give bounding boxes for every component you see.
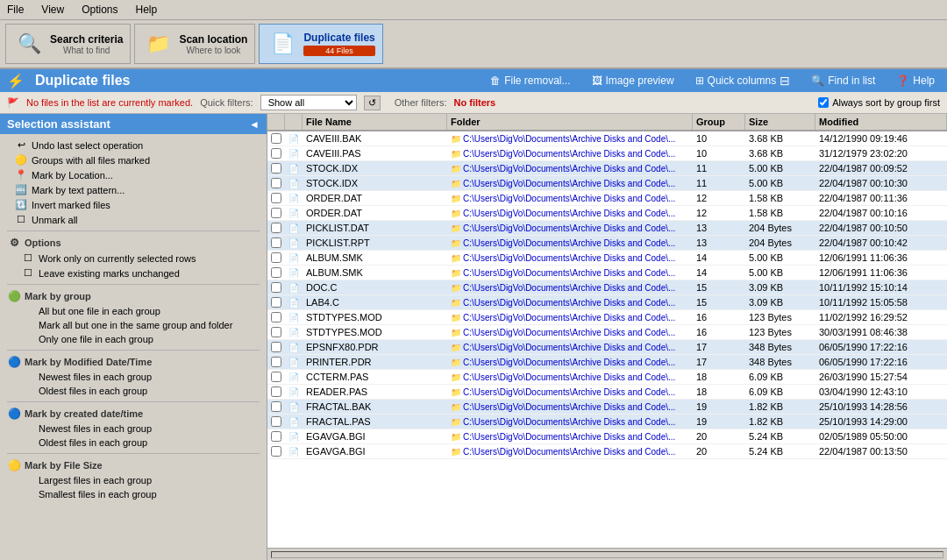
largest-files-item[interactable]: Largest files in each group: [0, 473, 267, 487]
invert-marked-item[interactable]: 🔃 Invert marked files: [0, 197, 267, 212]
undo-select-item[interactable]: ↩ Undo last select operation: [0, 138, 267, 152]
table-row[interactable]: 📄 FRACTAL.BAK 📁C:\Users\DigVo\Documents\…: [267, 400, 947, 415]
panel-collapse-button[interactable]: ◄: [249, 118, 260, 131]
row-checkbox-cell[interactable]: [267, 415, 285, 429]
scan-location-button[interactable]: 📁 Scan location Where to look: [134, 24, 255, 64]
col-header-modified[interactable]: Modified: [815, 114, 947, 130]
table-row[interactable]: 📄 STDTYPES.MOD 📁C:\Users\DigVo\Documents…: [267, 310, 947, 325]
row-checkbox-cell[interactable]: [267, 221, 285, 235]
table-row[interactable]: 📄 ORDER.DAT 📁C:\Users\DigVo\Documents\Ar…: [267, 206, 947, 221]
smallest-files-item[interactable]: Smallest files in each group: [0, 487, 267, 501]
file-removal-button[interactable]: 🗑 File removal...: [485, 73, 575, 89]
row-checkbox[interactable]: [271, 252, 281, 263]
row-checkbox-cell[interactable]: [267, 191, 285, 205]
table-row[interactable]: 📄 PRINTER.PDR 📁C:\Users\DigVo\Documents\…: [267, 355, 947, 370]
col-header-size[interactable]: Size: [745, 114, 815, 130]
col-header-folder[interactable]: Folder: [447, 114, 693, 130]
row-checkbox[interactable]: [271, 148, 281, 159]
row-checkbox-cell[interactable]: [267, 325, 285, 339]
newest-created-item[interactable]: Newest files in each group: [0, 422, 267, 436]
table-row[interactable]: 📄 EPSNFX80.PDR 📁C:\Users\DigVo\Documents…: [267, 340, 947, 355]
row-checkbox[interactable]: [271, 372, 281, 382]
table-row[interactable]: 📄 PICKLIST.RPT 📁C:\Users\DigVo\Documents…: [267, 236, 947, 251]
col-header-check[interactable]: [267, 114, 285, 130]
row-checkbox[interactable]: [271, 223, 281, 233]
col-header-filename[interactable]: File Name: [303, 114, 447, 130]
row-checkbox-cell[interactable]: [267, 444, 285, 458]
table-row[interactable]: 📄 READER.PAS 📁C:\Users\DigVo\Documents\A…: [267, 385, 947, 400]
row-checkbox[interactable]: [271, 178, 281, 188]
horizontal-scrollbar[interactable]: [267, 548, 947, 560]
table-row[interactable]: 📄 ORDER.DAT 📁C:\Users\DigVo\Documents\Ar…: [267, 191, 947, 206]
row-checkbox[interactable]: [271, 297, 281, 308]
quick-filter-refresh-button[interactable]: ↺: [364, 96, 381, 110]
row-checkbox[interactable]: [271, 133, 281, 144]
row-checkbox-cell[interactable]: [267, 131, 285, 145]
quick-filter-select[interactable]: Show all Show marked Show unmarked: [260, 95, 357, 110]
row-checkbox-cell[interactable]: [267, 236, 285, 250]
row-checkbox-cell[interactable]: [267, 161, 285, 175]
row-checkbox[interactable]: [271, 386, 281, 397]
row-checkbox-cell[interactable]: [267, 355, 285, 369]
row-checkbox[interactable]: [271, 237, 281, 248]
menu-help[interactable]: Help: [132, 2, 161, 18]
row-checkbox[interactable]: [271, 342, 281, 352]
table-row[interactable]: 📄 CCTERM.PAS 📁C:\Users\DigVo\Documents\A…: [267, 370, 947, 385]
row-checkbox-cell[interactable]: [267, 266, 285, 280]
row-checkbox[interactable]: [271, 416, 281, 427]
mark-all-but-one-same-item[interactable]: Mark all but one in the same group and f…: [0, 318, 267, 332]
row-checkbox[interactable]: [271, 446, 281, 457]
row-checkbox-cell[interactable]: [267, 251, 285, 265]
col-header-group[interactable]: Group: [693, 114, 745, 130]
table-row[interactable]: 📄 LAB4.C 📁C:\Users\DigVo\Documents\Archi…: [267, 295, 947, 310]
row-checkbox-cell[interactable]: [267, 206, 285, 220]
row-checkbox[interactable]: [271, 282, 281, 293]
menu-options[interactable]: Options: [78, 2, 121, 18]
row-checkbox[interactable]: [271, 327, 281, 337]
table-row[interactable]: 📄 EGAVGA.BGI 📁C:\Users\DigVo\Documents\A…: [267, 429, 947, 444]
only-one-file-item[interactable]: Only one file in each group: [0, 332, 267, 346]
row-checkbox-cell[interactable]: [267, 385, 285, 399]
row-checkbox[interactable]: [271, 163, 281, 174]
oldest-created-item[interactable]: Oldest files in each group: [0, 436, 267, 450]
table-row[interactable]: 📄 PICKLIST.DAT 📁C:\Users\DigVo\Documents…: [267, 221, 947, 236]
table-row[interactable]: 📄 ALBUM.SMK 📁C:\Users\DigVo\Documents\Ar…: [267, 266, 947, 280]
oldest-modified-item[interactable]: Oldest files in each group: [0, 384, 267, 398]
newest-modified-item[interactable]: Newest files in each group: [0, 370, 267, 384]
row-checkbox[interactable]: [271, 401, 281, 412]
row-checkbox-cell[interactable]: [267, 340, 285, 354]
row-checkbox[interactable]: [271, 431, 281, 442]
search-criteria-button[interactable]: 🔍 Search criteria What to find: [5, 24, 131, 64]
row-checkbox[interactable]: [271, 312, 281, 323]
table-row[interactable]: 📄 CAVEIII.BAK 📁C:\Users\DigVo\Documents\…: [267, 131, 947, 146]
table-row[interactable]: 📄 STDTYPES.MOD 📁C:\Users\DigVo\Documents…: [267, 325, 947, 340]
all-but-one-item[interactable]: All but one file in each group: [0, 304, 267, 318]
mark-by-text-item[interactable]: 🔤 Mark by text pattern...: [0, 182, 267, 197]
row-checkbox-cell[interactable]: [267, 370, 285, 384]
table-row[interactable]: 📄 FRACTAL.PAS 📁C:\Users\DigVo\Documents\…: [267, 415, 947, 429]
table-row[interactable]: 📄 ALBUM.SMK 📁C:\Users\DigVo\Documents\Ar…: [267, 251, 947, 266]
duplicate-files-button[interactable]: 📄 Duplicate files 44 Files: [259, 24, 382, 64]
row-checkbox[interactable]: [271, 267, 281, 278]
row-checkbox-cell[interactable]: [267, 280, 285, 294]
table-row[interactable]: 📄 STOCK.IDX 📁C:\Users\DigVo\Documents\Ar…: [267, 176, 947, 191]
row-checkbox-cell[interactable]: [267, 400, 285, 414]
help-button[interactable]: ❓ Help: [891, 73, 940, 89]
mark-by-location-item[interactable]: 📍 Mark by Location...: [0, 167, 267, 182]
table-row[interactable]: 📄 EGAVGA.BGI 📁C:\Users\DigVo\Documents\A…: [267, 444, 947, 459]
find-in-list-button[interactable]: 🔍 Find in list: [806, 73, 880, 89]
always-sort-checkbox[interactable]: [818, 97, 829, 108]
row-checkbox-cell[interactable]: [267, 146, 285, 160]
leave-existing-item[interactable]: ☐ Leave existing marks unchanged: [0, 266, 267, 280]
row-checkbox[interactable]: [271, 208, 281, 218]
row-checkbox-cell[interactable]: [267, 310, 285, 324]
image-preview-button[interactable]: 🖼 Image preview: [587, 73, 680, 89]
menu-file[interactable]: File: [4, 2, 27, 18]
row-checkbox-cell[interactable]: [267, 176, 285, 190]
work-only-item[interactable]: ☐ Work only on currently selected rows: [0, 251, 267, 266]
menu-view[interactable]: View: [38, 2, 68, 18]
row-checkbox-cell[interactable]: [267, 429, 285, 443]
quick-columns-button[interactable]: ⊞ Quick columns ⊟: [690, 72, 796, 89]
unmark-all-item[interactable]: ☐ Unmark all: [0, 212, 267, 227]
row-checkbox[interactable]: [271, 193, 281, 203]
